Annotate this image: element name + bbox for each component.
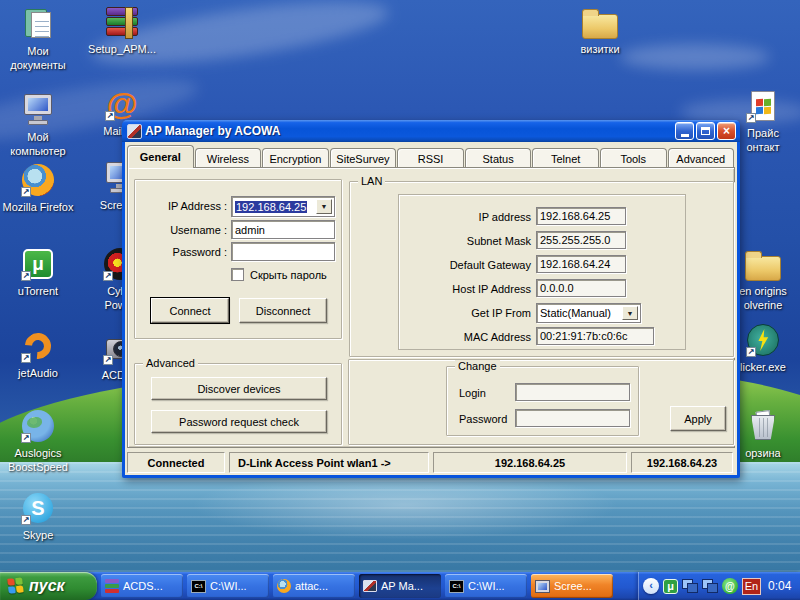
taskbar-button-attachment[interactable]: attac... bbox=[273, 574, 355, 598]
window-titlebar[interactable]: AP Manager by ACOWA × bbox=[122, 120, 740, 142]
tab-tools[interactable]: Tools bbox=[600, 148, 667, 168]
desktop-icon-label: Мой компьютер bbox=[2, 131, 74, 159]
my-documents-icon bbox=[20, 6, 56, 42]
desktop-icon-label: Skype bbox=[2, 529, 74, 543]
screen-capture-icon bbox=[535, 580, 550, 593]
desktop-icon-jetaudio[interactable]: jetAudio bbox=[2, 328, 74, 381]
default-gateway-field[interactable]: 192.168.64.24 bbox=[536, 255, 626, 273]
desktop-icon-my-computer[interactable]: Мой компьютер bbox=[2, 92, 74, 159]
shortcut-arrow-icon bbox=[21, 515, 31, 525]
tab-general[interactable]: General bbox=[127, 145, 194, 168]
taskbar-clock[interactable]: 0:04 bbox=[768, 579, 791, 593]
desktop-icon-auslogics-boostspeed[interactable]: Auslogics BoostSpeed bbox=[2, 408, 74, 475]
skype-icon: S bbox=[20, 490, 56, 526]
maximize-icon bbox=[701, 127, 710, 135]
username-field[interactable]: admin bbox=[231, 220, 335, 239]
tray-network-icon-2[interactable] bbox=[702, 579, 718, 593]
recycle-bin-icon bbox=[745, 408, 781, 444]
close-icon: × bbox=[723, 125, 730, 137]
firefox-icon bbox=[277, 579, 291, 593]
desktop-icon-setup-apm-archive[interactable]: Setup_APM... bbox=[86, 4, 158, 57]
desktop-icon-label: Mozilla Firefox bbox=[2, 201, 74, 215]
password-field[interactable] bbox=[231, 242, 335, 261]
change-login-field[interactable] bbox=[515, 383, 630, 401]
taskbar-button-label: ACDS... bbox=[123, 580, 163, 592]
tab-telnet[interactable]: Telnet bbox=[532, 148, 599, 168]
tab-sitesurvey[interactable]: SiteSurvey bbox=[330, 148, 397, 168]
desktop-icon-my-documents[interactable]: Мои документы bbox=[2, 6, 74, 73]
chevron-down-icon[interactable]: ▼ bbox=[316, 199, 332, 214]
advanced-legend: Advanced bbox=[143, 357, 198, 369]
close-button[interactable]: × bbox=[717, 122, 736, 140]
tray-network-icon[interactable] bbox=[682, 579, 698, 593]
discover-devices-button[interactable]: Discover devices bbox=[151, 377, 327, 400]
minimize-button[interactable] bbox=[675, 122, 694, 140]
status-bar: Connected D-Link Access Point wlan1 -> 1… bbox=[127, 452, 735, 473]
connect-button[interactable]: Connect bbox=[151, 298, 229, 323]
taskbar-button-label: C:\WI... bbox=[210, 580, 247, 592]
status-device-ip: 192.168.64.25 bbox=[433, 452, 627, 473]
tab-encryption[interactable]: Encryption bbox=[262, 148, 329, 168]
shortcut-arrow-icon bbox=[746, 113, 756, 123]
get-ip-from-combobox[interactable]: Static(Manual) ▼ bbox=[536, 303, 641, 323]
ip-address-label: IP Address : bbox=[143, 200, 227, 212]
shortcut-arrow-icon bbox=[21, 353, 31, 363]
tab-advanced[interactable]: Advanced bbox=[668, 148, 735, 168]
shortcut-arrow-icon bbox=[103, 271, 113, 281]
chevron-down-icon[interactable]: ▼ bbox=[622, 306, 638, 320]
tab-status[interactable]: Status bbox=[465, 148, 532, 168]
password-request-check-button[interactable]: Password request check bbox=[151, 410, 327, 433]
apply-button[interactable]: Apply bbox=[670, 406, 726, 431]
tab-rssi[interactable]: RSSI bbox=[397, 148, 464, 168]
hide-password-checkbox[interactable] bbox=[231, 268, 244, 281]
desktop-icon-vizitki-folder[interactable]: визитки bbox=[564, 4, 636, 57]
tray-utorrent-icon[interactable]: μ bbox=[663, 579, 678, 594]
desktop-icon-skype[interactable]: S Skype bbox=[2, 490, 74, 543]
shortcut-arrow-icon bbox=[746, 347, 756, 357]
hide-password-label: Скрыть пароль bbox=[250, 269, 327, 281]
status-connection: Connected bbox=[127, 452, 225, 473]
mac-address-label: MAC Address bbox=[403, 331, 531, 343]
window-body: General Wireless Encryption SiteSurvey R… bbox=[125, 142, 737, 475]
disconnect-button[interactable]: Disconnect bbox=[239, 298, 327, 323]
lan-ip-field[interactable]: 192.168.64.25 bbox=[536, 207, 626, 225]
change-password-field[interactable] bbox=[515, 409, 630, 427]
start-button[interactable]: пуск bbox=[0, 572, 97, 600]
desktop-icon-firefox[interactable]: Mozilla Firefox bbox=[2, 162, 74, 215]
taskbar-button-label: Scree... bbox=[554, 580, 592, 592]
language-indicator[interactable]: En bbox=[742, 578, 761, 595]
tab-wireless[interactable]: Wireless bbox=[195, 148, 262, 168]
desktop-icon-label: Auslogics BoostSpeed bbox=[2, 447, 74, 475]
lan-ip-label: IP address bbox=[403, 211, 531, 223]
tray-mailru-agent-icon[interactable]: @ bbox=[722, 578, 738, 594]
shortcut-arrow-icon bbox=[105, 111, 115, 121]
taskbar-button-ap-manager[interactable]: AP Ma... bbox=[359, 574, 441, 598]
connection-group: IP Address : 192.168.64.25 ▼ Username : … bbox=[134, 179, 342, 339]
host-ip-field[interactable]: 0.0.0.0 bbox=[536, 279, 626, 297]
subnet-mask-field[interactable]: 255.255.255.0 bbox=[536, 231, 626, 249]
desktop-icon-utorrent[interactable]: μ uTorrent bbox=[2, 246, 74, 299]
ap-manager-icon bbox=[363, 580, 377, 592]
lan-group: LAN IP address 192.168.64.25 Subnet Mask… bbox=[349, 181, 734, 357]
host-ip-label: Host IP Address bbox=[403, 283, 531, 295]
taskbar-button-cmd-2[interactable]: C:\ C:\WI... bbox=[445, 574, 527, 598]
status-host-ip: 192.168.64.23 bbox=[631, 452, 733, 473]
taskbar-button-screenshot[interactable]: Scree... bbox=[531, 574, 613, 598]
tray-collapse-button[interactable]: ‹ bbox=[643, 578, 659, 594]
desktop-icon-label: jetAudio bbox=[2, 367, 74, 381]
tab-strip: General Wireless Encryption SiteSurvey R… bbox=[127, 145, 735, 168]
maximize-button[interactable] bbox=[696, 122, 715, 140]
desktop-icon-label: визитки bbox=[564, 43, 636, 57]
shortcut-arrow-icon bbox=[21, 271, 31, 281]
ip-address-combobox[interactable]: 192.168.64.25 ▼ bbox=[231, 196, 335, 217]
taskbar-button-cmd-1[interactable]: C:\ C:\WI... bbox=[187, 574, 269, 598]
change-password-label: Password bbox=[459, 413, 507, 425]
ap-manager-window: AP Manager by ACOWA × General Wireless E… bbox=[122, 120, 740, 478]
mac-address-field[interactable]: 00:21:91:7b:c0:6c bbox=[536, 327, 654, 345]
taskbar-button-acdsee[interactable]: ACDS... bbox=[101, 574, 183, 598]
app-icon bbox=[127, 124, 142, 139]
shortcut-arrow-icon bbox=[21, 187, 31, 197]
password-label: Password : bbox=[143, 246, 227, 258]
change-outer-group: Change Login Password Apply bbox=[348, 359, 734, 445]
globe-icon bbox=[20, 408, 56, 444]
